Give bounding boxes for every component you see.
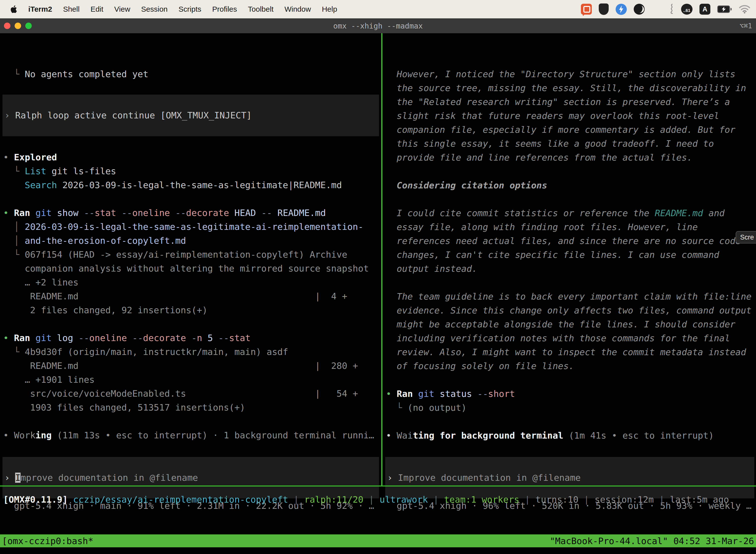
terminal-line: • Ran git status --short [386,387,756,401]
terminal-line [3,192,381,206]
zoom-window-button[interactable] [25,22,32,29]
terminal-line: └ (no output) [386,401,756,415]
menu-status-icons: ..61 A [581,3,751,15]
terminal-line: I could cite commit statistics or refere… [386,206,756,220]
terminal-line [3,414,381,428]
menu-item-toolbelt[interactable]: Toolbelt [248,5,273,13]
battery-charging-icon[interactable] [717,6,732,13]
tmux-session-label[interactable]: [omx-cczip0:bash* [0,536,93,546]
terminal-line: of focusing solely on file lines. [386,359,756,373]
terminal-line: 2 files changed, 92 insertions(+) [3,303,381,317]
terminal-line: evidence. Since this change only affects… [386,303,756,318]
macos-menu-bar: iTerm2 Shell Edit View Session Scripts P… [0,0,756,18]
right-prompt-input[interactable]: › Improve documentation in @filename [385,457,754,498]
menu-item-shell[interactable]: Shell [63,5,80,13]
shield-grid-icon[interactable] [599,3,609,15]
terminal-line: the "Related research writing" section i… [386,95,756,109]
terminal-line: README.md | 4 + [3,289,381,303]
menu-item-window[interactable]: Window [285,5,311,13]
terminal-line: The team guideline is to back every impo… [386,290,756,303]
terminal-line: README.md | 280 + [3,359,381,373]
terminal-line: Considering citation options [386,178,756,192]
omx-status-bar: [OMX#0.11.9] cczip/essay/ai-reimplementa… [3,493,755,507]
terminal-line: • Explored [3,151,381,164]
terminal-line: the source tree, missing the essay. Stil… [386,81,756,95]
terminal-line [386,276,756,290]
ralph-loop-banner: › Ralph loop active continue [OMX_TMUX_I… [2,95,379,136]
terminal-line: • Waiting for background terminal (1m 41… [386,429,756,443]
terminal-line: │ 2026-03-09-is-legal-the-same-as-legiti… [3,220,381,234]
terminal-window: └ No agents completed yet › Ralph loop a… [0,33,756,554]
left-pane-top-line: └ No agents completed yet [3,67,381,81]
terminal-line: … +2 lines [3,276,381,289]
wifi-icon[interactable] [739,5,751,14]
menu-item-profiles[interactable]: Profiles [212,5,237,13]
right-pane-transcript: However, I noticed the "Directory Struct… [386,67,756,443]
bolt-badge-icon[interactable] [616,4,627,15]
terminal-line: changes, I can't cite specific file line… [386,248,756,262]
terminal-line: this single essay, it seems like a good … [386,137,756,151]
terminal-line: output instead. [386,262,756,276]
terminal-line: … +1901 lines [3,373,381,387]
terminal-line: review. Also, I might want to inspect th… [386,345,756,359]
terminal-line: src/voice/voiceModeEnabled.ts | 54 + [3,387,381,401]
squiggle-icon[interactable] [668,3,674,15]
terminal-line: references need actual files, and since … [386,234,756,248]
window-shortcut-badge: ⌥⌘1 [739,18,752,33]
left-pane-transcript: • Explored └ List git ls-files Search 20… [3,151,381,442]
screen-tooltip: Scre [736,231,756,243]
menu-item-view[interactable]: View [114,5,130,13]
terminal-line: provide file and line references from th… [386,151,756,165]
terminal-line [386,165,756,178]
terminal-line: However, I noticed the "Directory Struct… [386,67,756,81]
dots-grid-icon[interactable] [651,4,661,14]
terminal-line: essay file, along with finding root file… [386,220,756,234]
apple-menu-icon[interactable] [10,4,19,14]
left-prompt-input[interactable]: › Improve documentation in @filename [2,457,379,498]
window-title-bar: omx --xhigh --madmax ⌥⌘1 [0,18,756,33]
tmux-status-bar: [omx-cczip0:bash* "MacBook-Pro-44.local"… [0,535,756,547]
terminal-line: Search 2026-03-09-is-legal-the-same-as-l… [3,178,381,192]
terminal-line: └ List git ls-files [3,164,381,178]
close-window-button[interactable] [4,22,10,29]
terminal-line: └ 067f154 (HEAD -> essay/ai-reimplementa… [3,248,381,262]
terminal-line [386,373,756,387]
terminal-line: including verification notes with those … [386,331,756,345]
crescent-circle-icon[interactable] [634,4,645,15]
terminal-line: slight risk that future readers may over… [386,109,756,123]
terminal-line [386,415,756,429]
terminal-line: 1903 files changed, 513517 insertions(+) [3,401,381,414]
menu-item-scripts[interactable]: Scripts [179,5,201,13]
pane-divider-horizontal [0,486,756,487]
menu-item-session[interactable]: Session [141,5,168,13]
terminal-line: might be acceptable alongside the file l… [386,318,756,331]
terminal-line [386,192,756,206]
menu-item-edit[interactable]: Edit [90,5,104,13]
terminal-line [3,317,381,331]
pane-divider-vertical[interactable] [381,33,382,486]
terminal-line: • Working (11m 13s • esc to interrupt) ·… [3,428,381,442]
letter-a-icon[interactable]: A [699,4,710,15]
window-title: omx --xhigh --madmax [333,21,423,30]
menu-item-help[interactable]: Help [322,5,337,13]
terminal-line: companion file, especially if more comme… [386,123,756,137]
terminal-line: • Ran git show --stat --oneline --decora… [3,206,381,220]
terminal-line: • Ran git log --oneline --decorate -n 5 … [3,331,381,345]
tmux-host-clock: "MacBook-Pro-44.local" 04:52 31-Mar-26 [550,536,754,546]
minimize-window-button[interactable] [15,22,21,29]
terminal-line: └ 4b9d30f (origin/main, instructkr/main,… [3,345,381,359]
screen-share-icon[interactable] [581,4,592,15]
menu-item-iterm2[interactable]: iTerm2 [28,5,52,13]
badge-61-icon[interactable]: ..61 [681,4,693,15]
terminal-line: companion analysis without altering the … [3,262,381,276]
terminal-line: │ and-the-erosion-of-copyleft.md [3,234,381,248]
